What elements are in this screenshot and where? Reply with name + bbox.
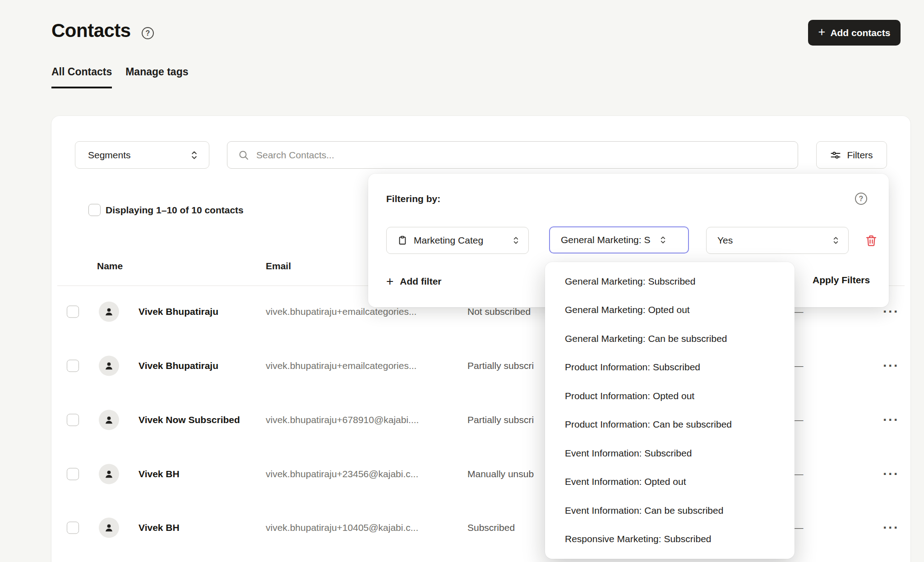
tab-bar: All Contacts Manage tags — [51, 66, 189, 88]
contact-email: vivek.bhupatiraju+emailcategories... — [266, 306, 416, 317]
clipboard-icon — [397, 235, 407, 245]
row-checkbox[interactable] — [67, 360, 79, 372]
avatar — [99, 302, 119, 322]
person-icon — [104, 469, 114, 479]
category-option[interactable]: Event Information: Opted out — [545, 468, 795, 497]
filters-button[interactable]: Filters — [816, 141, 887, 169]
category-dropdown-menu: General Marketing: Subscribed General Ma… — [545, 262, 795, 559]
avatar — [99, 356, 119, 376]
person-icon — [104, 307, 114, 317]
contacts-page: Contacts ? + Add contacts All Contacts M… — [0, 0, 924, 562]
contact-name: Vivek BH — [139, 522, 180, 533]
filter-category-value: General Marketing: S — [561, 235, 653, 245]
avatar — [99, 410, 119, 430]
segments-dropdown[interactable]: Segments — [75, 141, 209, 169]
filter-condition-select[interactable]: Yes — [706, 227, 849, 254]
tab-all-contacts[interactable]: All Contacts — [51, 66, 112, 88]
chevron-up-down-icon — [513, 235, 519, 246]
contact-email: vivek.bhupatiraju+23456@kajabi.c... — [266, 469, 418, 479]
help-icon[interactable]: ? — [142, 27, 154, 39]
contact-name: Vivek Now Subscribed — [139, 415, 240, 425]
category-option[interactable]: Event Information: Can be subscribed — [545, 496, 795, 525]
contact-email: vivek.bhupatiraju+10405@kajabi.c... — [266, 522, 418, 533]
filtering-by-label: Filtering by: — [386, 193, 440, 204]
delete-filter-button[interactable] — [864, 233, 879, 248]
filter-category-select[interactable]: General Marketing: S — [549, 226, 689, 253]
category-option[interactable]: Responsive Marketing: Subscribed — [545, 525, 795, 554]
row-checkbox[interactable] — [67, 468, 79, 480]
contact-status: Not subscribed — [467, 306, 531, 317]
row-checkbox[interactable] — [67, 306, 79, 318]
tab-manage-tags[interactable]: Manage tags — [125, 66, 188, 88]
chevron-up-down-icon — [660, 235, 666, 245]
add-filter-label: Add filter — [400, 276, 441, 287]
contact-status: Subscribed — [467, 522, 515, 533]
contact-name: Vivek Bhupatiraju — [139, 360, 218, 371]
contact-name: Vivek BH — [139, 469, 180, 479]
filter-condition-value: Yes — [717, 235, 826, 246]
row-menu-icon[interactable]: ··· — [871, 361, 911, 370]
search-input[interactable] — [256, 150, 787, 161]
segments-label: Segments — [88, 150, 131, 161]
search-contacts — [227, 141, 798, 169]
person-icon — [104, 523, 114, 533]
avatar — [99, 518, 119, 538]
category-option[interactable]: Event Information: Subscribed — [545, 439, 795, 468]
column-header-name: Name — [97, 261, 123, 272]
category-option[interactable]: Product Information: Can be subscribed — [545, 410, 795, 439]
filters-icon — [830, 150, 841, 161]
row-menu-icon[interactable]: ··· — [871, 523, 911, 532]
filters-label: Filters — [847, 150, 873, 161]
contact-status: Partially subscri — [467, 415, 534, 425]
chevron-up-down-icon — [190, 149, 198, 161]
filter-field-select[interactable]: Marketing Categ — [386, 227, 529, 254]
person-icon — [104, 361, 114, 371]
category-option[interactable]: General Marketing: Subscribed — [545, 267, 795, 296]
search-icon — [238, 150, 249, 161]
category-option[interactable]: General Marketing: Opted out — [545, 296, 795, 325]
chevron-up-down-icon — [832, 235, 839, 246]
person-icon — [104, 415, 114, 425]
contact-status: Manually unsub — [467, 469, 534, 479]
contact-name: Vivek Bhupatiraju — [139, 306, 218, 317]
avatar — [99, 464, 119, 484]
row-menu-icon[interactable]: ··· — [871, 415, 911, 424]
row-menu-icon[interactable]: ··· — [871, 470, 911, 479]
select-all-checkbox[interactable] — [88, 204, 101, 216]
page-title: Contacts — [51, 20, 131, 41]
plus-icon: + — [818, 26, 826, 38]
filter-field-value: Marketing Categ — [414, 235, 506, 246]
column-header-email: Email — [266, 261, 291, 272]
plus-icon: + — [386, 275, 393, 288]
contact-email: vivek.bhupatiraju+emailcategories... — [266, 360, 416, 371]
help-icon[interactable]: ? — [855, 193, 867, 205]
row-menu-icon[interactable]: ··· — [871, 307, 911, 316]
category-option[interactable]: Product Information: Opted out — [545, 382, 795, 410]
contact-email: vivek.bhupatiraju+678910@kajabi.... — [266, 415, 419, 425]
category-option[interactable]: General Marketing: Can be subscribed — [545, 324, 795, 353]
add-contacts-button[interactable]: + Add contacts — [808, 20, 901, 46]
add-contacts-label: Add contacts — [830, 28, 890, 38]
row-checkbox[interactable] — [67, 522, 79, 534]
contact-status: Partially subscri — [467, 360, 534, 371]
category-option[interactable]: Product Information: Subscribed — [545, 353, 795, 382]
trash-icon — [864, 234, 878, 247]
apply-filters-button[interactable]: Apply Filters — [813, 275, 870, 286]
add-filter-button[interactable]: + Add filter — [386, 273, 442, 290]
row-checkbox[interactable] — [67, 414, 79, 426]
contacts-summary: Displaying 1–10 of 10 contacts — [106, 205, 244, 216]
